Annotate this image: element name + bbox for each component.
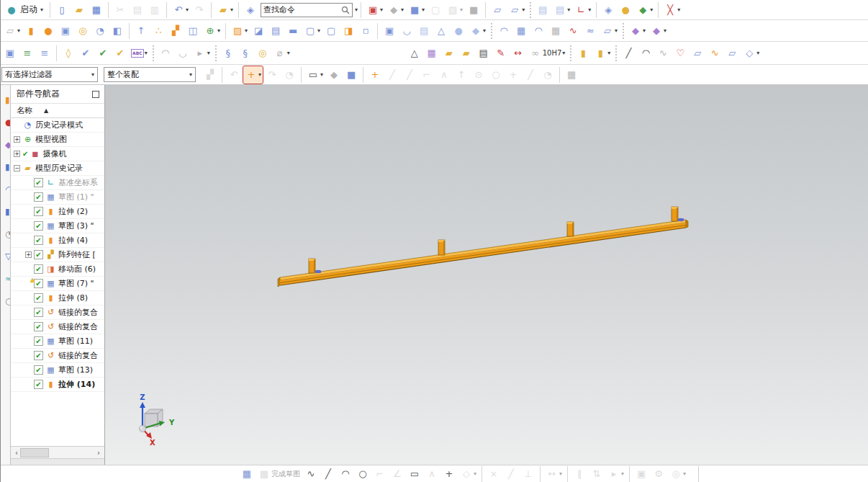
line-button[interactable]: ╱ — [620, 45, 636, 62]
dropdown-caret-icon[interactable]: ▾ — [664, 27, 666, 34]
dropdown-caret-icon[interactable]: ▾ — [567, 6, 570, 13]
tree-item[interactable]: ✔▦草图 (1) " — [11, 190, 104, 205]
quick-trim-button[interactable]: × — [486, 466, 502, 482]
split-body-button[interactable]: ▢▾ — [302, 22, 322, 40]
isoparametric-curve-button[interactable]: ▱ — [724, 45, 740, 62]
polygon-tool-button[interactable]: ∧ — [424, 466, 440, 482]
reset-filter-button[interactable]: ↷ — [264, 66, 280, 84]
snap-midpoint-button[interactable]: ╱ — [402, 66, 417, 84]
spline-frame-button[interactable]: ▣ — [2, 45, 18, 62]
shell-button[interactable]: ▣ — [381, 22, 397, 40]
visual-reporting-button[interactable]: ◆▾ — [635, 1, 654, 19]
thicken-button[interactable]: ◨ — [340, 22, 356, 40]
checkbox[interactable]: ✔ — [34, 250, 43, 259]
dropdown-caret-icon[interactable]: ▾ — [186, 6, 189, 13]
redo-button[interactable]: ↷ — [191, 1, 207, 19]
tree-item[interactable]: +✔◼摄像机 — [11, 147, 104, 161]
through-curves-button[interactable]: ▦ — [513, 22, 529, 40]
tree-item[interactable]: ✔▮拉伸 (2) — [11, 205, 104, 219]
command-finder[interactable] — [261, 3, 353, 17]
expander-icon[interactable]: + — [25, 251, 32, 258]
tree-item[interactable]: ✔∟基准坐标系 — [11, 176, 104, 190]
expander-icon[interactable]: + — [14, 136, 20, 143]
dropdown-caret-icon[interactable]: ▾ — [380, 6, 383, 13]
examine-geometry-button[interactable]: ✔ — [95, 45, 111, 62]
snap-point-on-curve-button[interactable]: + — [505, 66, 521, 84]
dropdown-caret-icon[interactable]: ▾ — [621, 470, 624, 477]
resource-bar-icon[interactable]: ◠ — [5, 184, 11, 195]
orient-view-button[interactable]: ■▾ — [407, 1, 426, 19]
resource-bar[interactable]: ▮●◆▮◠▮◔▽≈○ — [1, 85, 11, 465]
graphics-viewport[interactable]: Z Y X — [105, 85, 868, 465]
finish-sketch-button[interactable]: ▩完成草图 — [256, 466, 302, 482]
feature-check-button[interactable]: ✔ — [112, 45, 128, 62]
expander-icon[interactable]: + — [14, 151, 20, 157]
assembly-constraints-button[interactable]: ▞ — [202, 66, 218, 84]
scrollbar-thumb[interactable] — [20, 448, 49, 458]
assembly-navigator-list-button[interactable]: ▤▾ — [552, 1, 571, 19]
scroll-left-icon[interactable]: ‹ — [13, 449, 20, 457]
unlock-button[interactable]: ▮▾ — [592, 45, 612, 62]
dropdown-caret-icon[interactable]: ▾ — [607, 50, 610, 56]
pocket-button[interactable]: ◔ — [92, 22, 108, 40]
tree-item[interactable]: +✔▞阵列特征 [ — [11, 248, 104, 262]
drafting-view-button[interactable]: ▧▾ — [445, 1, 464, 19]
emboss-sheet-button[interactable]: ▱▾ — [600, 22, 619, 40]
expander-icon[interactable]: − — [14, 165, 20, 171]
snap-control-point-button[interactable]: ⌐ — [419, 66, 435, 84]
checkbox[interactable]: ✔ — [34, 192, 43, 202]
note-editor-button[interactable]: ▤ — [476, 45, 492, 62]
enable-snap-point-button[interactable]: + — [367, 66, 383, 84]
command-help-button[interactable]: ◈ — [243, 1, 258, 19]
command-finder-caret[interactable]: ▾ — [355, 6, 358, 13]
checkbox[interactable]: ✔ — [34, 293, 43, 303]
sketch-relations-button[interactable]: ▣ — [633, 466, 649, 482]
paste-button[interactable]: ▥ — [147, 1, 163, 19]
group-features-button[interactable]: ▰ — [458, 45, 474, 62]
arc-button[interactable]: ◠ — [638, 45, 654, 62]
tree-item[interactable]: −▰模型历史记录 — [11, 161, 104, 176]
dropdown-caret-icon[interactable]: ▾ — [320, 71, 323, 78]
dropdown-caret-icon[interactable]: ▾ — [401, 6, 404, 13]
checkbox[interactable]: ✔ — [34, 365, 43, 375]
resource-bar-icon[interactable]: ▮ — [5, 162, 11, 172]
clip-section-button[interactable]: ■ — [343, 66, 359, 84]
dropdown-caret-icon[interactable]: ▾ — [483, 27, 486, 34]
reattach-sketch-button[interactable]: ⚙ — [651, 466, 666, 482]
auto-dimension-button[interactable]: ⇅ — [589, 466, 605, 482]
annotation-tag-button[interactable]: ◊ — [60, 45, 76, 62]
dropdown-caret-icon[interactable]: ▾ — [522, 6, 525, 13]
snap-arc-center-button[interactable]: ↑ — [453, 66, 469, 84]
pattern-curve-button[interactable]: ◇▾ — [458, 466, 478, 482]
snap-quadrant-button[interactable]: ⊙ — [471, 66, 487, 84]
rectangle-tool-button[interactable]: ▭ — [407, 466, 422, 482]
checkbox[interactable]: ✔ — [34, 351, 43, 360]
mirror-curve-button[interactable]: ◇▾ — [741, 45, 761, 62]
checkbox[interactable]: ✔ — [34, 322, 43, 331]
dimension-button[interactable]: ↔ — [510, 45, 526, 62]
layer-visibility-button[interactable]: ≡ — [37, 45, 53, 62]
spring-button[interactable]: § — [238, 45, 253, 62]
save-button[interactable]: ▦ — [89, 1, 104, 19]
display-constraints-button[interactable]: ▸▾ — [606, 466, 625, 482]
pattern-feature-button[interactable]: ▞ — [168, 22, 184, 40]
extrude-button[interactable]: ▮ — [23, 22, 39, 40]
replay-feature-button[interactable]: ✔ — [78, 45, 94, 62]
tree-item[interactable]: ✔▲▦草图 (7) " — [11, 277, 104, 291]
mesh-surface-button[interactable]: ▦ — [548, 22, 564, 40]
dropdown-caret-icon[interactable]: ▾ — [588, 6, 591, 13]
undo-button[interactable]: ↶▾ — [171, 1, 190, 19]
tree-item[interactable]: ✔◨移动面 (6) — [11, 262, 104, 277]
scroll-right-icon[interactable]: › — [95, 449, 102, 457]
point-tool-button[interactable]: + — [441, 466, 457, 482]
chamfer-button[interactable]: ◆▾ — [468, 22, 487, 40]
resource-bar-icon[interactable]: ● — [5, 117, 11, 128]
arc-tool-button[interactable]: ◠ — [338, 466, 353, 482]
dropdown-caret-icon[interactable]: ▾ — [245, 27, 248, 34]
dropdown-caret-icon[interactable]: ▾ — [615, 27, 618, 34]
pad-button[interactable]: ◧ — [109, 22, 125, 40]
dropdown-caret-icon[interactable]: ▾ — [217, 27, 220, 34]
checkbox[interactable]: ✔▲ — [34, 279, 43, 288]
cavity-button[interactable]: ▢ — [323, 22, 339, 40]
unite-button[interactable]: ⊕▾ — [202, 22, 222, 40]
